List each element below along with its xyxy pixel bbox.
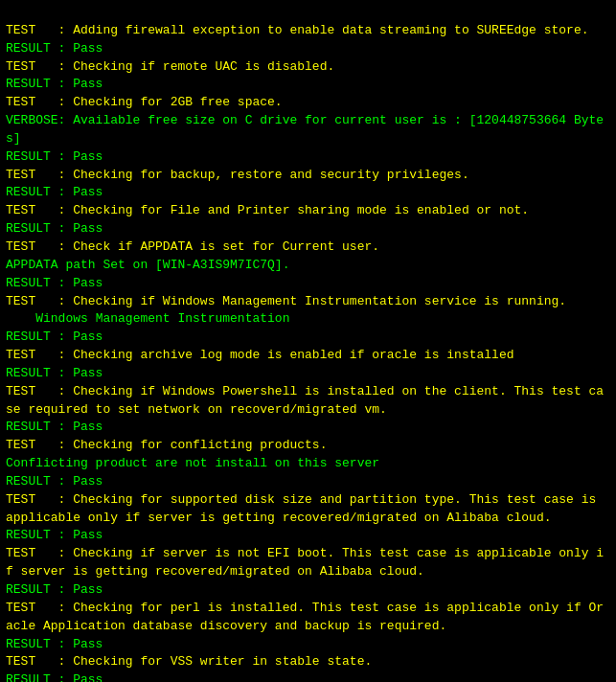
console-line: VERBOSE: Available free size on C drive … (6, 112, 610, 148)
console-line: RESULT : Pass (6, 148, 610, 167)
console-line: RESULT : Pass (6, 581, 610, 600)
console-line: RESULT : Pass (6, 671, 610, 682)
console-line: RESULT : Pass (6, 365, 610, 383)
console-line: TEST : Checking if remote UAC is disable… (6, 58, 610, 77)
console-line: TEST : Checking for supported disk size … (6, 491, 610, 528)
console-line: RESULT : Pass (6, 419, 610, 437)
console-line: Windows Management Instrumentation (6, 310, 610, 329)
console-line: Conflicting product are not install on t… (6, 455, 610, 473)
console-output: TEST : Adding firewall exception to enab… (0, 0, 616, 682)
console-line: TEST : Checking for perl is installed. T… (6, 600, 610, 636)
console-line: RESULT : Pass (6, 275, 610, 293)
console-line: TEST : Checking if Windows Powershell is… (6, 383, 610, 420)
console-line: RESULT : Pass (6, 636, 610, 654)
console-line: TEST : Checking for File and Printer sha… (6, 202, 610, 220)
console-line: RESULT : Pass (6, 40, 610, 58)
console-line: TEST : Checking for 2GB free space. (6, 94, 610, 112)
console-line: APPDATA path Set on [WIN-A3IS9M7IC7Q]. (6, 257, 610, 275)
console-line: TEST : Checking for backup, restore and … (6, 167, 610, 185)
console-line: TEST : Checking for conflicting products… (6, 437, 610, 455)
console-line: RESULT : Pass (6, 527, 610, 545)
console-line: TEST : Checking if Windows Management In… (6, 293, 610, 311)
console-line: TEST : Checking for VSS writer in stable… (6, 653, 610, 671)
console-line: RESULT : Pass (6, 473, 610, 491)
console-line: TEST : Check if APPDATA is set for Curre… (6, 239, 610, 257)
console-line: RESULT : Pass (6, 76, 610, 94)
console-line: TEST : Adding firewall exception to enab… (6, 22, 610, 40)
console-line: RESULT : Pass (6, 184, 610, 202)
console-line: TEST : Checking archive log mode is enab… (6, 347, 610, 365)
console-line: TEST : Checking if server is not EFI boo… (6, 545, 610, 581)
console-line: RESULT : Pass (6, 220, 610, 239)
console-line: RESULT : Pass (6, 329, 610, 347)
